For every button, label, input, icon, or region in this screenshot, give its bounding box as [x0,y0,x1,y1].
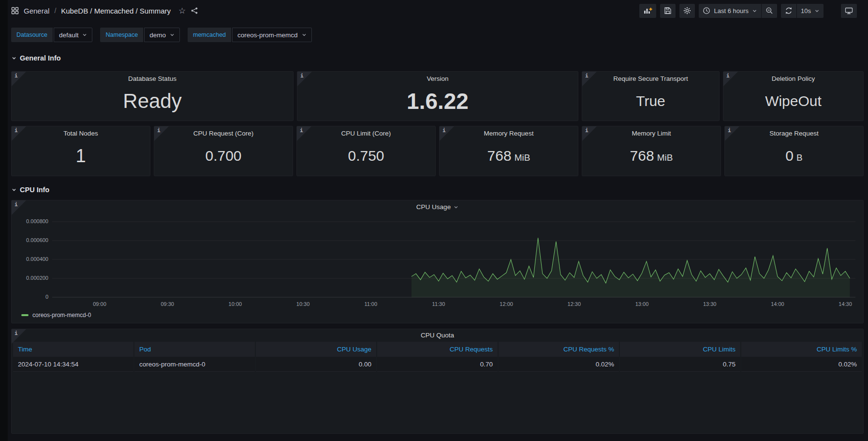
x-tick-label: 11:00 [360,301,382,307]
variable-datasource: Datasource default [11,28,92,42]
dashboard-settings-button[interactable] [679,4,695,18]
breadcrumb-separator: / [54,7,56,15]
cpu-quota-table-panel: i CPU Quota TimePodCPU UsageCPU Requests… [11,329,864,434]
variables-bar: Datasource default Namespace demo memcac… [11,28,868,42]
stat-value: 1.6.22 [297,84,578,118]
chart-legend-item[interactable]: coreos-prom-memcd-0 [21,312,91,319]
stat-value: Ready [12,84,293,118]
y-tick-label: 0.000200 [14,275,48,281]
stat-panel-memory-limit: i Memory Limit 768MiB [582,126,721,176]
stat-panel-cpu-request: i CPU Request (Core) 0.700 [154,126,293,176]
variable-memcached: memcached coreos-prom-memcd [188,28,312,42]
stat-panel-require-secure-transport: i Require Secure Transport True [582,71,720,121]
table-column-header[interactable]: CPU Limits % [741,342,862,357]
x-tick-label: 12:30 [563,301,585,307]
variable-memcached-label: memcached [188,28,231,42]
chevron-down-icon [82,32,87,37]
stat-title: CPU Request (Core) [154,130,293,137]
stat-value: 1 [12,139,150,173]
add-panel-button[interactable] [639,4,656,18]
stat-value: 0.750 [297,139,435,173]
chevron-down-icon [454,205,458,210]
stat-value: 0B [725,139,863,173]
table-column-header[interactable]: CPU Usage [256,342,376,357]
section-collapse-icon [11,187,17,193]
x-tick-label: 13:30 [699,301,721,307]
apps-grid-icon[interactable] [11,7,19,15]
share-icon[interactable] [191,7,198,15]
chevron-down-icon [752,8,757,14]
cpu-quota-table: TimePodCPU UsageCPU RequestsCPU Requests… [12,342,863,372]
stat-panel-storage-request: i Storage Request 0B [724,126,864,176]
time-range-label: Last 6 hours [714,7,749,15]
star-icon[interactable]: ☆ [178,7,186,15]
cpu-usage-chart-panel: i CPU Usage 0.0008000.0006000.0004000.00… [11,200,864,323]
cpu-usage-plot[interactable] [52,214,855,298]
left-edge-strip [0,0,8,441]
y-tick-label: 0.000800 [14,218,48,224]
chevron-down-icon [302,32,307,37]
table-body: 2024-07-10 14:34:54coreos-prom-memcd-00.… [13,357,862,372]
table-column-header[interactable]: Time [13,342,133,357]
variable-namespace-select[interactable]: demo [144,28,180,42]
table-cell: 0.75 [620,357,740,372]
section-general-info[interactable]: General Info [11,53,868,63]
section-title: CPU Info [20,186,49,194]
y-tick-label: 0 [14,294,48,300]
x-tick-label: 14:30 [835,301,856,307]
stat-panel-deletion-policy: i Deletion Policy WipeOut [723,71,864,121]
x-tick-label: 14:00 [767,301,788,307]
variable-namespace: Namespace demo [100,28,179,42]
table-column-header[interactable]: CPU Requests [377,342,498,357]
stat-value: True [582,84,719,118]
variable-datasource-select[interactable]: default [54,28,93,42]
breadcrumb-dashboard-title[interactable]: KubeDB / Memcached / Summary [61,7,171,15]
stat-title: Total Nodes [12,130,150,137]
legend-color-swatch [21,314,29,316]
y-tick-label: 0.000400 [14,256,48,262]
x-tick-label: 10:30 [293,301,314,307]
stat-value: WipeOut [723,84,863,118]
stat-panel-version: i Version 1.6.22 [297,71,578,121]
x-tick-label: 12:00 [496,301,517,307]
table-cell: 0.02% [499,357,619,372]
table-cell: 0.02% [741,357,862,372]
table-panel-title: CPU Quota [12,332,863,339]
stat-panel-total-nodes: i Total Nodes 1 [11,126,150,176]
section-collapse-icon [11,55,17,61]
table-cell: 0.00 [256,357,376,372]
x-tick-label: 09:30 [157,301,178,307]
zoom-out-button[interactable] [762,4,777,18]
stat-panel-database-status: i Database Status Ready [11,71,294,121]
chevron-down-icon [814,8,820,14]
table-column-header[interactable]: CPU Limits [620,342,740,357]
table-column-header[interactable]: Pod [134,342,255,357]
stat-title: Require Secure Transport [582,75,719,82]
stat-value: 768MiB [582,139,721,173]
x-tick-label: 09:00 [89,301,110,307]
table-cell: coreos-prom-memcd-0 [134,357,255,372]
refresh-interval-button[interactable]: 10s [797,4,824,18]
stat-title: CPU Limit (Core) [297,130,435,137]
breadcrumb-folder[interactable]: General [24,7,49,15]
refresh-group: 10s [781,4,824,18]
stat-panel-memory-request: i Memory Request 768MiB [439,126,578,176]
time-range-button[interactable]: Last 6 hours [699,4,761,18]
kiosk-tv-button[interactable] [841,4,857,18]
time-picker-group: Last 6 hours [699,4,777,18]
variable-memcached-select[interactable]: coreos-prom-memcd [232,28,312,42]
y-tick-label: 0.000600 [14,237,48,243]
table-column-header[interactable]: CPU Requests % [499,342,619,357]
stat-title: Version [297,75,578,82]
save-dashboard-button[interactable] [660,4,676,18]
table-cell: 2024-07-10 14:34:54 [13,357,133,372]
stat-panel-cpu-limit: i CPU Limit (Core) 0.750 [296,126,436,176]
section-cpu-info[interactable]: CPU Info [11,184,868,195]
table-header-row: TimePodCPU UsageCPU RequestsCPU Requests… [13,342,862,357]
stat-title: Memory Limit [582,130,721,137]
variable-datasource-label: Datasource [11,28,53,42]
x-tick-label: 13:00 [632,301,653,307]
table-row: 2024-07-10 14:34:54coreos-prom-memcd-00.… [13,357,862,372]
chart-panel-title[interactable]: CPU Usage [12,203,863,211]
refresh-button[interactable] [781,4,796,18]
